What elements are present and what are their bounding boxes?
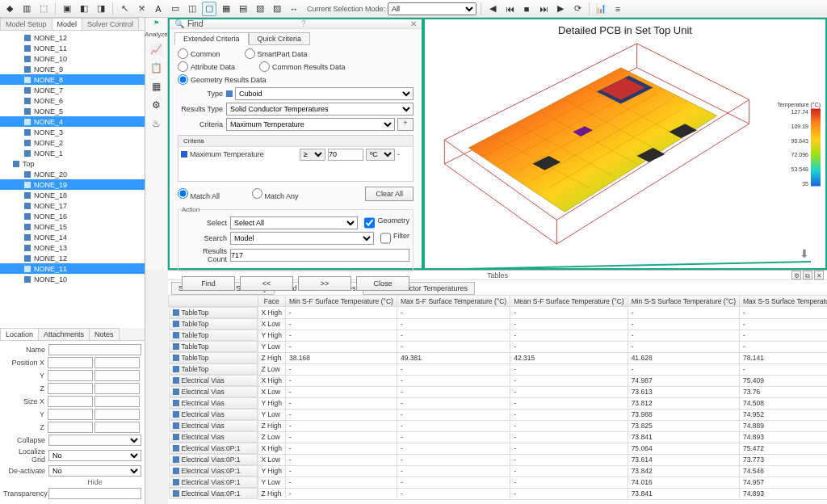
posx-field[interactable] bbox=[48, 357, 93, 368]
tab-extended-criteria[interactable]: Extended Criteria bbox=[174, 32, 249, 45]
clear-all-button[interactable]: Clear All bbox=[365, 187, 414, 201]
tool-area-icon[interactable]: ▭ bbox=[168, 2, 183, 16]
play-last-icon[interactable]: ▶ bbox=[553, 2, 568, 16]
table-row[interactable]: Electrical ViasY High---73.81274.50874.0… bbox=[169, 397, 828, 409]
tree-item[interactable]: Top bbox=[0, 158, 145, 169]
tool-text-icon[interactable]: A bbox=[151, 2, 166, 16]
play-stop-icon[interactable]: ■ bbox=[519, 2, 534, 16]
selection-mode-select[interactable]: All bbox=[388, 2, 476, 15]
tree-item[interactable]: NONE_17 bbox=[0, 200, 145, 211]
tree-item[interactable]: NONE_10 bbox=[0, 53, 145, 64]
posx-unit[interactable] bbox=[94, 357, 140, 368]
tab-attachments[interactable]: Attachments bbox=[38, 328, 90, 340]
help-icon[interactable]: ? bbox=[301, 19, 306, 28]
name-field[interactable] bbox=[48, 344, 141, 355]
tool-move-icon[interactable]: ⤧ bbox=[134, 2, 149, 16]
tool-frame-icon[interactable]: ▢ bbox=[202, 2, 216, 16]
radio-commonres[interactable]: Common Results Data bbox=[259, 61, 346, 72]
radio-geomres[interactable]: Geometry Results Data bbox=[178, 74, 267, 85]
table-close-icon[interactable]: ✕ bbox=[814, 271, 824, 279]
tree-item[interactable]: NONE_18 bbox=[0, 190, 145, 200]
report-icon[interactable]: ≡ bbox=[611, 2, 625, 16]
column-header[interactable]: Max S-S Surface Temperature (°C) bbox=[740, 296, 827, 307]
column-header[interactable]: Min S-F Surface Temperature (°C) bbox=[286, 296, 397, 307]
tool-window-icon[interactable]: ◫ bbox=[185, 2, 199, 16]
tool-layers-icon[interactable]: ▧ bbox=[253, 2, 267, 16]
tree-item[interactable]: NONE_12 bbox=[0, 32, 145, 43]
collapse-select[interactable] bbox=[48, 435, 141, 446]
refresh-icon[interactable]: ⟳ bbox=[570, 2, 585, 16]
data-table-scroll[interactable]: FaceMin S-F Surface Temperature (°C)Max … bbox=[168, 295, 827, 504]
restype-select[interactable]: Solid Conductor Temperatures bbox=[226, 103, 414, 116]
tree-item[interactable]: NONE_5 bbox=[0, 106, 145, 116]
column-header[interactable]: Max S-F Surface Temperature (°C) bbox=[397, 296, 510, 307]
criteria-value-field[interactable] bbox=[328, 149, 363, 161]
filter-chk[interactable]: Filter bbox=[380, 232, 409, 245]
tab-solver-control[interactable]: Solver Control bbox=[82, 18, 139, 30]
tool-select-icon[interactable]: ↖ bbox=[117, 2, 132, 16]
tool-cube-icon[interactable]: ◧ bbox=[77, 2, 91, 16]
tree-item[interactable]: NONE_11 bbox=[0, 263, 145, 274]
play-prev-icon[interactable]: ⏮ bbox=[502, 2, 517, 16]
analyze-table-icon[interactable]: ▦ bbox=[149, 79, 164, 94]
tree-item[interactable]: NONE_7 bbox=[0, 85, 145, 95]
tree-item[interactable]: NONE_8 bbox=[0, 74, 145, 85]
select-mode-select[interactable]: Select All bbox=[230, 216, 358, 229]
chart-icon[interactable]: 📊 bbox=[594, 2, 608, 16]
tree-item[interactable]: NONE_11 bbox=[0, 43, 145, 53]
posz-unit[interactable] bbox=[94, 383, 140, 394]
posy-field[interactable] bbox=[48, 370, 93, 381]
criteria-unit-select[interactable]: ºC bbox=[366, 149, 395, 161]
play-next-icon[interactable]: ⏭ bbox=[536, 2, 551, 16]
table-row[interactable]: Electrical ViasY Low---73.98874.95274.35… bbox=[169, 409, 828, 420]
table-row[interactable]: TableTopY High----------- bbox=[169, 330, 828, 341]
posy-unit[interactable] bbox=[94, 370, 140, 381]
tab-notes[interactable]: Notes bbox=[89, 328, 120, 340]
prev-button[interactable]: << bbox=[240, 276, 293, 291]
radio-attribute[interactable]: Attribute Data bbox=[178, 61, 235, 72]
close-button[interactable]: Close bbox=[356, 276, 409, 291]
tree-item[interactable]: NONE_20 bbox=[0, 169, 145, 179]
table-row[interactable]: Electrical ViasZ High---73.82574.88974.1… bbox=[169, 420, 828, 431]
tree-item[interactable]: NONE_12 bbox=[0, 253, 145, 263]
column-header[interactable]: Min S-S Surface Temperature (°C) bbox=[628, 296, 739, 307]
model-tree[interactable]: NONE_12NONE_11NONE_10NONE_9NONE_8NONE_7N… bbox=[0, 31, 145, 328]
table-row[interactable]: Electrical Vias:0P:1X Low---73.61473.773… bbox=[169, 454, 828, 465]
tool-layers2-icon[interactable]: ▨ bbox=[270, 2, 284, 16]
table-row[interactable]: TableTopX Low----------- bbox=[169, 318, 828, 330]
tool-ruler-icon[interactable]: ↔ bbox=[287, 2, 301, 16]
table-row[interactable]: Electrical ViasX High---74.98775.40975.1… bbox=[169, 375, 828, 386]
tree-item[interactable]: NONE_16 bbox=[0, 211, 145, 221]
sizex-unit[interactable] bbox=[94, 396, 140, 407]
sizez-field[interactable] bbox=[48, 422, 93, 433]
tab-quick-criteria[interactable]: Quick Criteria bbox=[249, 32, 311, 45]
geometry-chk[interactable]: Geometry bbox=[364, 216, 409, 229]
analyze-settings-icon[interactable]: ⚙ bbox=[149, 98, 164, 112]
table-popout-icon[interactable]: ⧉ bbox=[803, 271, 812, 279]
sizex-field[interactable] bbox=[48, 396, 93, 407]
localize-select[interactable]: No bbox=[48, 450, 141, 461]
radio-match-all[interactable]: Match All bbox=[178, 188, 220, 200]
criteria-remove-button[interactable]: - bbox=[397, 150, 410, 158]
radio-common[interactable]: Common bbox=[178, 48, 220, 59]
tool-grid-icon[interactable]: ▤ bbox=[236, 2, 250, 16]
tree-item[interactable]: NONE_1 bbox=[0, 148, 145, 158]
tool-app-icon[interactable]: ◆ bbox=[2, 2, 17, 16]
search-scope-select[interactable]: Model bbox=[230, 232, 374, 245]
criteria-select[interactable]: Maximum Temperature bbox=[226, 118, 395, 131]
table-row[interactable]: TableTopY Low----------- bbox=[169, 341, 828, 352]
radio-match-any[interactable]: Match Any bbox=[252, 188, 299, 200]
tree-item[interactable]: NONE_15 bbox=[0, 221, 145, 232]
tree-item[interactable]: NONE_9 bbox=[0, 64, 145, 74]
tab-location[interactable]: Location bbox=[0, 328, 39, 340]
tool-cuboid-icon[interactable]: ▣ bbox=[60, 2, 74, 16]
table-gear-icon[interactable]: ⚙ bbox=[791, 271, 801, 279]
viewport-3d[interactable]: Detailed PCB in Set Top Unit Temperature… bbox=[423, 18, 827, 270]
table-row[interactable]: Electrical Vias:0P:1Y High---73.84274.54… bbox=[169, 465, 828, 477]
tree-item[interactable]: NONE_3 bbox=[0, 127, 145, 137]
next-button[interactable]: >> bbox=[298, 276, 351, 291]
table-row[interactable]: TableTopZ High38.16849.38142.31541.62878… bbox=[169, 352, 828, 363]
column-header[interactable]: Mean S-F Surface Temperature (°C) bbox=[510, 296, 628, 307]
tree-item[interactable]: NONE_19 bbox=[0, 179, 145, 190]
criteria-row[interactable]: Maximum Temperature ≥ ºC - bbox=[178, 147, 413, 162]
